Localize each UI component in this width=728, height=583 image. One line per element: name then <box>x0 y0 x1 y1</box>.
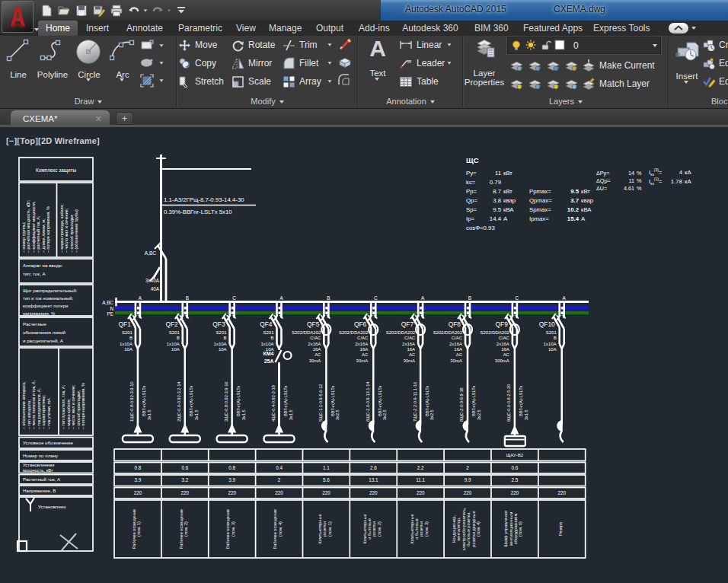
save-as-icon <box>93 5 105 17</box>
ribbon-minimize-caret-icon[interactable] <box>691 27 696 30</box>
ribbon-tab-manage[interactable]: Manage <box>261 21 307 36</box>
drawing-text: 16А <box>360 347 369 352</box>
draw-hatch-button[interactable] <box>140 74 164 88</box>
panel-label-draw[interactable]: Draw <box>0 97 177 106</box>
ribbon-minimize-button[interactable] <box>669 23 688 33</box>
annotation-leader-button[interactable]: Leader <box>399 56 445 70</box>
panel-label-text: Modify <box>251 97 275 106</box>
drawing-vertical-text: – обозначение аппарата; <box>21 381 26 429</box>
draw-circle-button[interactable]: Circle <box>72 36 107 91</box>
qat-new-button[interactable] <box>40 4 53 17</box>
qat-save-as-button[interactable] <box>92 4 105 17</box>
panel-label-modify[interactable]: Modify <box>177 97 358 106</box>
layer-lock-button[interactable] <box>564 59 579 72</box>
drawing-viewport[interactable]: [−][Top][2D Wireframe] Комплекс защиты– … <box>0 127 728 583</box>
button-label: Scale <box>248 76 271 87</box>
qat-qat-menu-button[interactable] <box>174 4 187 17</box>
viewport-menu-control[interactable]: [−] <box>6 136 17 145</box>
layer-unlock2-button[interactable] <box>564 78 579 91</box>
drawing-text: S201 <box>122 330 133 335</box>
annotation-table-button[interactable]: Table <box>399 75 439 88</box>
save-icon <box>75 5 88 17</box>
ribbon-tab-parametric[interactable]: Parametric <box>171 21 228 36</box>
modify-offset-button[interactable] <box>337 73 352 88</box>
modify-mirror-button[interactable]: Mirror <box>231 56 272 70</box>
draw-line-button[interactable]: Line <box>3 36 34 91</box>
layer-thaw-button[interactable] <box>528 78 542 91</box>
layer-select-dropdown[interactable]: 0 <box>507 37 661 54</box>
qat-redo-button[interactable] <box>151 4 164 17</box>
modify-fillet-button[interactable]: Fillet <box>283 56 318 70</box>
file-tab-close-icon[interactable]: ✕ <box>95 114 102 124</box>
draw-ellipse-button[interactable] <box>140 56 164 70</box>
layer-isolate-button[interactable] <box>509 59 524 72</box>
ribbon-tab-output[interactable]: Output <box>308 21 351 36</box>
new-drawing-tab-button[interactable]: + <box>116 112 133 125</box>
block-ed-button[interactable]: Ed <box>702 56 728 70</box>
annotation-linear-button[interactable]: Linear <box>399 38 442 52</box>
ribbon-tab-autodesk-360[interactable]: Autodesk 360 <box>394 21 467 36</box>
panel-label-block[interactable]: Bloc <box>669 97 728 106</box>
match-layer-button[interactable]: Match Layer <box>582 77 650 91</box>
layer-properties-button[interactable]: LayerProperties <box>463 36 506 91</box>
layer-off-button[interactable] <box>546 59 560 72</box>
chevron-down-icon[interactable] <box>447 62 451 64</box>
chevron-down-icon[interactable] <box>159 44 163 46</box>
ribbon-tab-home[interactable]: Home <box>38 21 78 36</box>
qat-save-button[interactable] <box>75 4 88 17</box>
application-menu-button[interactable] <box>2 1 34 33</box>
ribbon-tab-annotate[interactable]: Annotate <box>119 21 168 36</box>
chevron-down-icon[interactable] <box>120 78 124 81</box>
modify-move-button[interactable]: Move <box>178 38 217 52</box>
application-menu-caret-icon[interactable] <box>34 28 39 31</box>
draw-arc-button[interactable]: Arc <box>107 36 139 91</box>
block-ed-button[interactable]: Ed <box>702 75 728 88</box>
draw-polyline-button[interactable]: Polyline <box>34 36 72 91</box>
panel-label-annotation[interactable]: Annotation <box>358 97 463 106</box>
modify-scale-button[interactable]: Scale <box>231 75 271 88</box>
make-current-button[interactable]: Make Current <box>582 59 655 72</box>
chevron-down-icon[interactable] <box>375 78 379 81</box>
chevron-down-icon[interactable] <box>447 43 451 46</box>
modify-rotate-button[interactable]: Rotate <box>231 38 275 52</box>
viewport-visualstyle-control[interactable]: [2D Wireframe] <box>38 136 100 145</box>
modify-array-button[interactable]: Array <box>283 75 321 88</box>
draw-rectangle-button[interactable] <box>140 39 164 53</box>
drawing-vertical-text: ВВГнг(А)-LSLTх <box>519 385 523 416</box>
qat-open-button[interactable] <box>57 4 70 17</box>
panel-label-layers[interactable]: Layers <box>463 97 669 106</box>
qat-undo-button[interactable] <box>127 4 140 17</box>
chevron-down-icon[interactable] <box>684 81 688 84</box>
insert-icon <box>675 40 700 61</box>
ribbon-tab-add-ins[interactable]: Add-ins <box>351 21 394 36</box>
ribbon-tab-express-tools[interactable]: Express Tools <box>586 21 656 36</box>
drawing-text: % <box>637 185 642 192</box>
ribbon-tab-bim-360[interactable]: BIM 360 <box>467 21 514 36</box>
qat-plot-button[interactable] <box>110 4 123 17</box>
chevron-down-icon[interactable] <box>327 43 331 46</box>
drawing-text: С <box>516 295 519 301</box>
modify-copy-button[interactable]: Copy <box>178 56 216 70</box>
insert-block-button[interactable]: Insert <box>672 36 702 91</box>
annotation-text-button[interactable]: AText <box>362 36 393 91</box>
chevron-down-icon[interactable] <box>159 62 163 64</box>
ribbon-tab-featured-apps[interactable]: Featured Apps <box>516 21 586 36</box>
chevron-down-icon[interactable] <box>86 78 91 81</box>
layer-on-button[interactable] <box>546 78 560 91</box>
viewport-view-control[interactable]: [Top] <box>17 136 38 145</box>
layer-freeze-button[interactable] <box>528 59 542 72</box>
modify-stretch-button[interactable]: Stretch <box>178 75 224 88</box>
qat-undo-caret-icon[interactable] <box>144 9 148 11</box>
modify-trim-button[interactable]: Trim <box>283 38 318 52</box>
block-cre-button[interactable]: Cre <box>702 38 728 52</box>
drawing-vertical-text: и бытовые <box>414 518 419 540</box>
chevron-down-icon[interactable] <box>327 80 331 82</box>
chevron-down-icon[interactable] <box>159 79 163 81</box>
chevron-down-icon[interactable] <box>327 62 331 64</box>
layer-unisolate-button[interactable] <box>509 78 524 91</box>
ribbon-tab-view[interactable]: View <box>228 21 260 36</box>
qat-redo-caret-icon[interactable] <box>168 9 171 11</box>
ribbon-tab-insert[interactable]: Insert <box>78 21 115 36</box>
modify-erase-button[interactable] <box>337 37 352 51</box>
modify-explode-button[interactable] <box>337 55 352 69</box>
